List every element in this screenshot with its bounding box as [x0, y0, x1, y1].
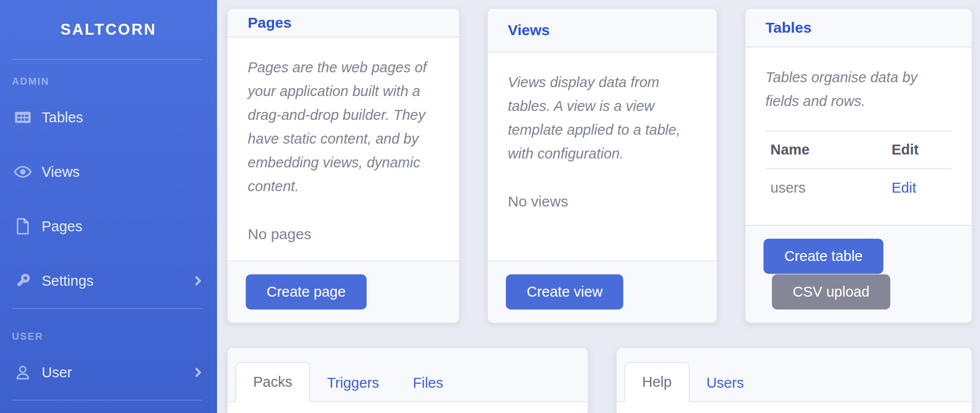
- pages-card: Pages Pages are the web pages of your ap…: [227, 8, 460, 323]
- help-tab-body: [617, 402, 972, 413]
- pages-card-footer: Create page: [228, 260, 459, 322]
- eye-icon: [12, 162, 34, 181]
- chevron-right-icon: [192, 366, 204, 378]
- pages-description: Pages are the web pages of your applicat…: [248, 55, 439, 198]
- tables-list-header-row: Name Edit: [765, 131, 952, 168]
- bottom-cards-row: Packs Triggers Files Help Users: [227, 347, 973, 413]
- left-tabs-header: Packs Triggers Files: [228, 348, 588, 402]
- tab-packs[interactable]: Packs: [235, 362, 310, 402]
- tables-list: Name Edit users Edit: [765, 131, 952, 207]
- tables-card-header: Tables: [746, 9, 972, 48]
- sidebar-divider: [12, 400, 202, 401]
- pages-card-title: Pages: [248, 14, 291, 31]
- views-card-body: Views display data from tables. A view i…: [488, 52, 716, 260]
- table-icon: [12, 108, 34, 126]
- help-users-card: Help Users: [616, 347, 973, 413]
- pages-card-header: Pages: [228, 9, 459, 38]
- brand-logo[interactable]: SALTCORN: [0, 0, 217, 59]
- sidebar-item-label: Views: [42, 164, 80, 180]
- main-content: Pages Pages are the web pages of your ap…: [217, 0, 980, 413]
- sidebar-item-label: User: [42, 364, 72, 381]
- tables-description: Tables organise data by fields and rows.: [765, 65, 952, 113]
- sidebar-item-label: Pages: [42, 218, 82, 235]
- entity-cards-row: Pages Pages are the web pages of your ap…: [227, 8, 973, 323]
- tab-files[interactable]: Files: [396, 364, 460, 402]
- sidebar-divider: [12, 59, 202, 60]
- views-card-title: Views: [508, 22, 550, 39]
- chevron-right-icon: [192, 275, 204, 287]
- tab-users[interactable]: Users: [690, 364, 761, 402]
- sidebar-item-settings[interactable]: Settings: [0, 254, 217, 308]
- views-description: Views display data from tables. A view i…: [508, 70, 697, 165]
- tab-help[interactable]: Help: [624, 362, 690, 402]
- sidebar-item-user[interactable]: User: [0, 345, 217, 400]
- file-icon: [12, 217, 34, 235]
- tables-card-body: Tables organise data by fields and rows.…: [746, 48, 972, 225]
- tab-triggers[interactable]: Triggers: [310, 364, 396, 402]
- column-header-name: Name: [765, 131, 886, 168]
- tables-card-title: Tables: [765, 19, 812, 36]
- wrench-icon: [12, 272, 34, 290]
- create-view-button[interactable]: Create view: [506, 274, 623, 310]
- sidebar-item-label: Settings: [42, 273, 94, 289]
- views-card: Views Views display data from tables. A …: [487, 8, 717, 323]
- csv-upload-button[interactable]: CSV upload: [772, 274, 890, 310]
- table-name-cell: users: [765, 168, 886, 207]
- column-header-edit: Edit: [886, 131, 952, 168]
- sidebar-divider: [12, 308, 202, 309]
- pages-card-body: Pages are the web pages of your applicat…: [228, 38, 459, 260]
- packs-triggers-files-card: Packs Triggers Files: [227, 347, 589, 413]
- packs-tab-body: [228, 402, 588, 413]
- sidebar: SALTCORN ADMIN Tables Views Pages Settin…: [0, 0, 217, 413]
- tables-card-footer: Create table CSV upload: [746, 225, 972, 322]
- user-icon: [12, 363, 34, 381]
- pages-empty-text: No pages: [248, 226, 439, 243]
- sidebar-item-label: Tables: [42, 109, 83, 126]
- sidebar-heading-admin: ADMIN: [12, 76, 205, 87]
- sidebar-item-tables[interactable]: Tables: [0, 90, 217, 145]
- right-tabs-header: Help Users: [617, 348, 972, 402]
- sidebar-item-pages[interactable]: Pages: [0, 199, 217, 254]
- sidebar-heading-user: USER: [12, 331, 205, 342]
- sidebar-item-views[interactable]: Views: [0, 145, 217, 199]
- views-empty-text: No views: [508, 193, 697, 210]
- views-card-header: Views: [488, 9, 716, 52]
- create-page-button[interactable]: Create page: [246, 274, 367, 310]
- table-row: users Edit: [765, 168, 952, 207]
- tables-card: Tables Tables organise data by fields an…: [745, 8, 973, 323]
- views-card-footer: Create view: [488, 260, 716, 322]
- create-table-button[interactable]: Create table: [763, 239, 883, 274]
- edit-table-link[interactable]: Edit: [891, 180, 916, 196]
